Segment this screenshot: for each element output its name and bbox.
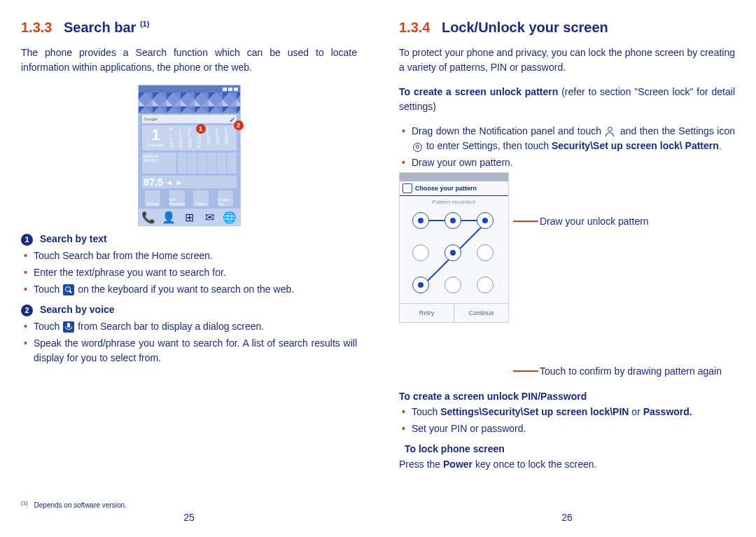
pattern-message: Pattern recorded! [400, 196, 508, 208]
footnote: (1) Depends on software version. [21, 500, 127, 509]
status-bar [400, 173, 508, 181]
section-title-text: Search bar (1) [64, 20, 149, 35]
pattern-area [400, 208, 508, 303]
create-pin-heading: To create a screen unlock PIN/Password [399, 391, 735, 402]
pattern-buttons: Retry Continue [400, 303, 508, 322]
page-number: 26 [378, 512, 756, 523]
intro-paragraph: The phone provides a Search function whi… [21, 46, 357, 75]
section-number: 1.3.4 [399, 20, 430, 35]
lock-screen-heading: To lock phone screen [405, 443, 735, 454]
weather-widget: WEEK 01JAN 2013 [142, 153, 237, 174]
gear-icon [413, 143, 422, 152]
list-item: Touch from Search bar to display a dialo… [24, 319, 357, 334]
favorites-tray: 📞👤⊞✉🌐 [139, 209, 240, 225]
page-25: 1.3.3 Search bar (1) The phone provides … [0, 0, 378, 537]
callout-1: Draw your unlock pattern [513, 216, 722, 227]
list-item: Drag down the Notification panel and tou… [402, 124, 735, 153]
search-icon [63, 284, 74, 295]
title-bar: Choose your pattern [400, 181, 508, 196]
list-item: Set your PIN or password. [402, 421, 735, 436]
pattern-phone: Choose your pattern Pattern recorded! Re… [399, 172, 509, 323]
page-26: 1.3.4 Lock/Unlock your screen To protect… [378, 0, 756, 537]
search-by-voice-list: Touch from Search bar to display a dialo… [24, 319, 357, 365]
list-item: Touch Settings\Security\Set up screen lo… [402, 405, 735, 419]
retry-button: Retry [400, 304, 454, 322]
pattern-figure: Choose your pattern Pattern recorded! Re… [399, 172, 735, 381]
intro-paragraph: To protect your phone and privacy, you c… [399, 46, 735, 75]
callout-marker-1: 1 [196, 124, 206, 134]
section-number: 1.3.3 [21, 20, 52, 35]
search-by-text-list: Touch Search bar from the Home screen. E… [24, 249, 357, 297]
list-item: Speak the word/phrase you want to search… [24, 336, 357, 365]
callout-2: Touch to confirm by drawing pattern agai… [513, 365, 722, 377]
lock-screen-text: Press the Power key once to lock the scr… [399, 457, 735, 472]
profile-icon [606, 127, 615, 137]
pattern-icon [402, 183, 412, 193]
create-pattern-heading: To create a screen unlock pattern (refer… [399, 85, 735, 114]
app-icon-row: Settings Cell Broadcast Opera Google Set… [141, 190, 238, 207]
search-by-voice-heading: 2Search by voice [21, 304, 357, 316]
callout-marker-2: 2 [234, 120, 244, 130]
create-pattern-list: Drag down the Notification panel and tou… [402, 124, 735, 170]
list-item: Draw your own pattern. [402, 155, 735, 170]
section-title-text: Lock/Unlock your screen [442, 20, 608, 35]
list-item: Enter the text/phrase you want to search… [24, 265, 357, 280]
section-heading: 1.3.4 Lock/Unlock your screen [399, 20, 735, 36]
wallpaper [139, 92, 240, 113]
continue-button: Continue [454, 304, 508, 322]
create-pin-list: Touch Settings\Security\Set up screen lo… [402, 405, 735, 436]
homescreen-figure: Google🎤 1 2 1Tuesday MTWTFSS 123456 7891… [138, 85, 241, 226]
microphone-icon [63, 321, 74, 333]
calendar-widget: 1Tuesday MTWTFSS 123456 78910111213 1415… [142, 125, 237, 151]
section-heading: 1.3.3 Search bar (1) [21, 20, 357, 36]
google-search-bar: Google🎤 [142, 115, 237, 123]
search-by-text-heading: 1Search by text [21, 233, 357, 246]
list-item: Touch Search bar from the Home screen. [24, 249, 357, 263]
list-item: Touch on the keyboard if you want to sea… [24, 282, 357, 297]
page-number: 25 [0, 512, 378, 523]
status-bar [139, 85, 240, 92]
radio-widget: 87.5 ◄► [142, 176, 237, 188]
